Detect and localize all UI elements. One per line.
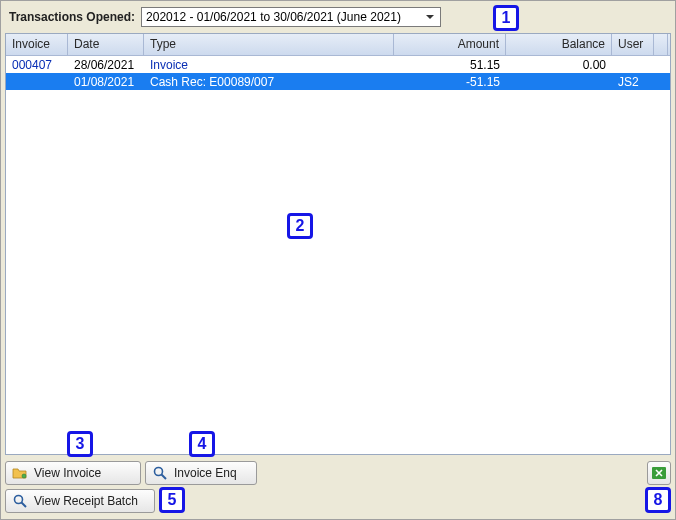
cell-invoice[interactable]: 000407 — [6, 57, 68, 73]
svg-line-2 — [162, 475, 167, 480]
folder-open-icon — [12, 465, 28, 481]
cell-balance: 0.00 — [506, 57, 612, 73]
button-label: Invoice Enq — [174, 466, 237, 480]
col-header-type[interactable]: Type — [144, 34, 394, 55]
chevron-down-icon — [424, 12, 436, 23]
svg-point-1 — [155, 468, 163, 476]
col-header-amount[interactable]: Amount — [394, 34, 506, 55]
search-icon — [12, 493, 28, 509]
cell-amount: 51.15 — [394, 57, 506, 73]
table-row[interactable]: 000407 28/06/2021 Invoice 51.15 0.00 — [6, 56, 670, 73]
cell-user — [612, 64, 654, 66]
grid-body: 000407 28/06/2021 Invoice 51.15 0.00 01/… — [6, 56, 670, 90]
col-header-tail — [654, 34, 668, 55]
col-header-date[interactable]: Date — [68, 34, 144, 55]
search-icon — [152, 465, 168, 481]
col-header-invoice[interactable]: Invoice — [6, 34, 68, 55]
view-invoice-button[interactable]: View Invoice — [5, 461, 141, 485]
period-dropdown[interactable]: 202012 - 01/06/2021 to 30/06/2021 (June … — [141, 7, 441, 27]
svg-point-0 — [22, 474, 26, 478]
invoice-enq-button[interactable]: Invoice Enq — [145, 461, 257, 485]
export-excel-button[interactable] — [647, 461, 671, 485]
grid-header: Invoice Date Type Amount Balance User — [6, 34, 670, 56]
cell-user: JS2 — [612, 74, 654, 90]
filter-row: Transactions Opened: 202012 - 01/06/2021… — [5, 5, 671, 33]
cell-type[interactable]: Invoice — [144, 57, 394, 73]
filter-label: Transactions Opened: — [9, 10, 135, 24]
excel-icon — [651, 465, 667, 481]
transactions-grid[interactable]: Invoice Date Type Amount Balance User 00… — [5, 33, 671, 455]
cell-date: 28/06/2021 — [68, 57, 144, 73]
svg-line-5 — [22, 503, 27, 508]
cell-balance — [506, 81, 612, 83]
svg-point-4 — [15, 496, 23, 504]
transactions-panel: Transactions Opened: 202012 - 01/06/2021… — [0, 0, 676, 520]
table-row[interactable]: 01/08/2021 Cash Rec: E00089/007 -51.15 J… — [6, 73, 670, 90]
cell-type: Cash Rec: E00089/007 — [144, 74, 394, 90]
button-label: View Invoice — [34, 466, 101, 480]
cell-invoice — [6, 81, 68, 83]
cell-amount: -51.15 — [394, 74, 506, 90]
col-header-balance[interactable]: Balance — [506, 34, 612, 55]
button-label: View Receipt Batch — [34, 494, 138, 508]
period-dropdown-value: 202012 - 01/06/2021 to 30/06/2021 (June … — [146, 10, 401, 24]
view-receipt-batch-button[interactable]: View Receipt Batch — [5, 489, 155, 513]
col-header-user[interactable]: User — [612, 34, 654, 55]
toolbar: View Invoice Invoice Enq — [5, 459, 671, 515]
cell-date: 01/08/2021 — [68, 74, 144, 90]
